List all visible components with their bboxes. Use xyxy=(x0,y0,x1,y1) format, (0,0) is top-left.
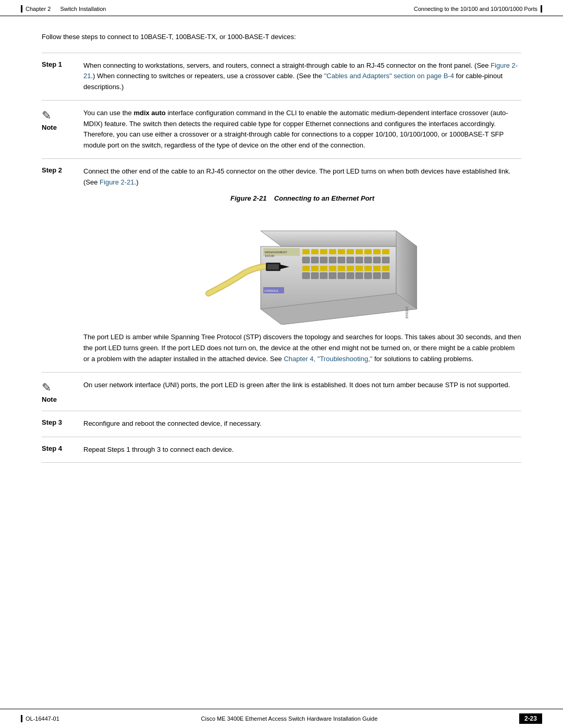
svg-rect-24 xyxy=(364,257,372,263)
step-2-content: Connect the other end of the cable to an… xyxy=(83,166,521,325)
note-1-pencil-icon: ✎ xyxy=(42,109,51,122)
svg-rect-32 xyxy=(347,266,354,271)
note-2-row: ✎ Note On user network interface (UNI) p… xyxy=(42,372,521,411)
note-2-pencil-icon: ✎ xyxy=(42,381,51,394)
svg-rect-7 xyxy=(302,249,310,254)
step-1-content: When connecting to workstations, servers… xyxy=(83,60,521,93)
svg-rect-31 xyxy=(338,266,345,271)
note-1-icon-col: ✎ Note xyxy=(42,108,83,131)
step-3-content: Reconfigure and reboot the connected dev… xyxy=(83,418,521,429)
svg-rect-48 xyxy=(267,264,279,269)
svg-rect-29 xyxy=(320,266,327,271)
header-right-title: Connecting to the 10/100 and 10/100/1000… xyxy=(414,6,537,12)
svg-text:290848: 290848 xyxy=(405,306,409,318)
footer-left: OL-16447-01 xyxy=(21,715,59,722)
svg-rect-35 xyxy=(373,266,381,271)
svg-rect-46 xyxy=(382,273,389,279)
figure-21-container: Figure 2-21 Connecting to an Ethernet Po… xyxy=(83,193,521,315)
svg-rect-37 xyxy=(302,273,310,279)
header-right-bar xyxy=(541,5,542,13)
svg-rect-42 xyxy=(347,273,354,279)
svg-rect-43 xyxy=(356,273,363,279)
svg-rect-13 xyxy=(356,249,363,254)
svg-rect-39 xyxy=(320,273,327,279)
footer-center: Cisco ME 3400E Ethernet Access Switch Ha… xyxy=(201,715,378,722)
figure-number: Figure 2-21 xyxy=(230,194,266,202)
svg-rect-36 xyxy=(382,266,389,271)
footer-doc-number: OL-16447-01 xyxy=(26,715,59,722)
note-2-label: Note xyxy=(42,396,57,403)
svg-text:10/100: 10/100 xyxy=(265,254,275,257)
svg-rect-9 xyxy=(320,249,327,254)
header-chapter-title: Switch Installation xyxy=(60,6,106,12)
page-footer: OL-16447-01 Cisco ME 3400E Ethernet Acce… xyxy=(0,709,563,728)
note-1-content: You can use the mdix auto interface conf… xyxy=(83,108,521,151)
svg-rect-44 xyxy=(364,273,372,279)
header-spacer xyxy=(54,6,57,12)
note-1-row: ✎ Note You can use the mdix auto interfa… xyxy=(42,100,521,158)
svg-rect-26 xyxy=(382,257,389,263)
svg-rect-17 xyxy=(302,257,310,263)
svg-rect-12 xyxy=(347,249,354,254)
header-left: Chapter 2 Switch Installation xyxy=(21,5,106,13)
header-left-bar xyxy=(21,5,22,13)
svg-rect-8 xyxy=(311,249,319,254)
page-content: Follow these steps to connect to 10BASE-… xyxy=(0,16,563,494)
header-chapter: Chapter 2 xyxy=(26,6,51,12)
svg-rect-40 xyxy=(329,273,336,279)
step-3-row: Step 3 Reconfigure and reboot the connec… xyxy=(42,411,521,437)
mdix-bold: mdix auto xyxy=(133,109,165,117)
page-header: Chapter 2 Switch Installation Connecting… xyxy=(0,0,563,16)
svg-marker-0 xyxy=(261,231,417,246)
svg-rect-25 xyxy=(373,257,381,263)
footer-left-bar xyxy=(21,715,22,722)
stp-text-row: The port LED is amber while Spanning Tre… xyxy=(42,332,521,372)
step2-figure-link[interactable]: Figure 2-21 xyxy=(100,178,134,186)
intro-text: Follow these steps to connect to 10BASE-… xyxy=(42,32,521,42)
note-2-content: On user network interface (UNI) ports, t… xyxy=(83,380,521,391)
svg-rect-27 xyxy=(302,266,310,271)
note-2-icon-col: ✎ Note xyxy=(42,380,83,403)
svg-rect-16 xyxy=(382,249,389,254)
svg-rect-23 xyxy=(356,257,363,263)
step-2-row: Step 2 Connect the other end of the cabl… xyxy=(42,158,521,332)
step-4-label: Step 4 xyxy=(42,445,83,452)
note-1-label: Note xyxy=(42,124,57,131)
footer-page-number: 2-23 xyxy=(519,713,542,724)
svg-text:CONSOLE: CONSOLE xyxy=(264,289,278,292)
svg-rect-14 xyxy=(364,249,372,254)
svg-rect-15 xyxy=(373,249,381,254)
svg-rect-18 xyxy=(311,257,319,263)
footer-title: Cisco ME 3400E Ethernet Access Switch Ha… xyxy=(201,715,378,722)
stp-text-content: The port LED is amber while Spanning Tre… xyxy=(83,332,521,364)
svg-rect-38 xyxy=(311,273,319,279)
step-1-label: Step 1 xyxy=(42,60,83,68)
chapter4-link[interactable]: Chapter 4, "Troubleshooting," xyxy=(284,355,372,363)
step1-cables-link[interactable]: "Cables and Adapters" section on page B-… xyxy=(324,72,454,80)
svg-rect-30 xyxy=(329,266,336,271)
svg-rect-41 xyxy=(338,273,345,279)
svg-rect-20 xyxy=(329,257,336,263)
switch-illustration: MANAGEMENT 10/100 xyxy=(198,210,407,314)
steps-container: Step 1 When connecting to workstations, … xyxy=(42,53,521,463)
svg-rect-34 xyxy=(364,266,372,271)
step-3-label: Step 3 xyxy=(42,418,83,426)
svg-rect-33 xyxy=(356,266,363,271)
svg-rect-28 xyxy=(311,266,319,271)
step-4-content: Repeat Steps 1 through 3 to connect each… xyxy=(83,445,521,455)
figure-21-caption: Figure 2-21 Connecting to an Ethernet Po… xyxy=(230,193,374,204)
svg-rect-19 xyxy=(320,257,327,263)
svg-rect-45 xyxy=(373,273,381,279)
svg-text:MANAGEMENT: MANAGEMENT xyxy=(265,251,287,254)
svg-rect-21 xyxy=(338,257,345,263)
step-1-row: Step 1 When connecting to workstations, … xyxy=(42,53,521,100)
svg-rect-22 xyxy=(347,257,354,263)
header-right: Connecting to the 10/100 and 10/100/1000… xyxy=(414,5,542,13)
figure-title: Connecting to an Ethernet Port xyxy=(274,194,374,202)
step-4-row: Step 4 Repeat Steps 1 through 3 to conne… xyxy=(42,437,521,463)
svg-rect-10 xyxy=(329,249,336,254)
svg-rect-11 xyxy=(338,249,345,254)
step-2-label: Step 2 xyxy=(42,166,83,174)
